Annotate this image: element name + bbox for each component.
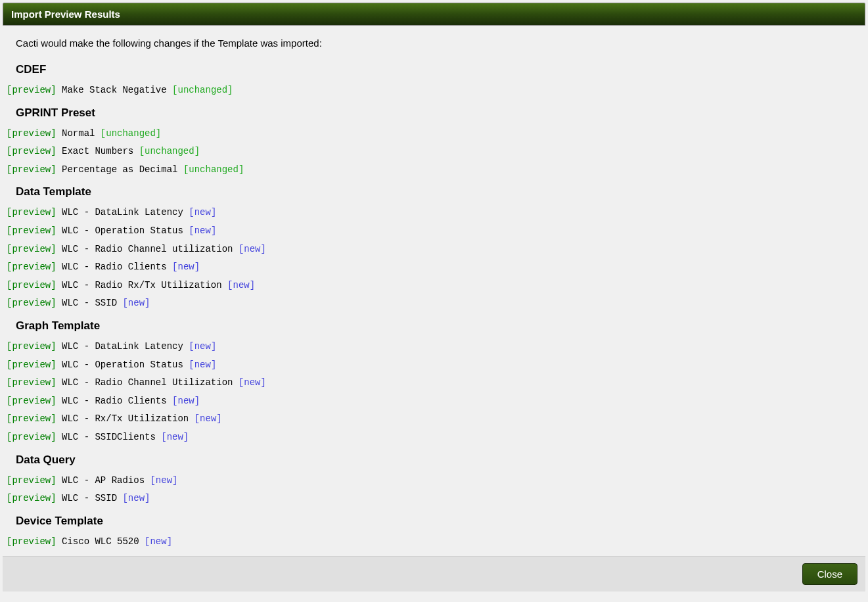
dialog-header: Import Preview Results (3, 3, 865, 26)
status-tag-unchanged: [unchanged] (101, 128, 161, 139)
preview-tag[interactable]: [preview] (7, 377, 57, 388)
status-tag-new: [new] (194, 413, 222, 424)
item-name: Cisco WLC 5520 (62, 536, 139, 547)
preview-tag[interactable]: [preview] (7, 413, 57, 424)
preview-tag[interactable]: [preview] (7, 475, 57, 486)
preview-tag[interactable]: [preview] (7, 493, 57, 503)
item-name: WLC - Radio Clients (62, 262, 167, 272)
preview-tag[interactable]: [preview] (7, 244, 57, 254)
dialog-title: Import Preview Results (11, 9, 120, 20)
item-name: WLC - SSID (62, 493, 117, 503)
preview-tag[interactable]: [preview] (7, 536, 57, 547)
preview-item-row: [preview] WLC - DataLink Latency [new] (3, 338, 865, 356)
preview-tag[interactable]: [preview] (7, 298, 57, 308)
intro-text: Cacti would make the following changes i… (3, 26, 865, 57)
status-tag-new: [new] (227, 280, 255, 290)
preview-item-row: [preview] WLC - SSID [new] (3, 490, 865, 508)
preview-item-row: [preview] Make Stack Negative [unchanged… (3, 81, 865, 100)
item-name: WLC - DataLink Latency (62, 207, 183, 218)
item-name: WLC - Operation Status (62, 359, 183, 370)
preview-tag[interactable]: [preview] (7, 359, 57, 370)
status-tag-new: [new] (150, 475, 177, 486)
section-heading: GPRINT Preset (3, 100, 865, 125)
status-tag-new: [new] (239, 244, 266, 254)
status-tag-new: [new] (172, 396, 200, 406)
preview-item-row: [preview] WLC - Radio Clients [new] (3, 258, 865, 277)
status-tag-unchanged: [unchanged] (139, 146, 200, 156)
item-name: WLC - Rx/Tx Utilization (62, 413, 189, 424)
status-tag-new: [new] (161, 432, 189, 442)
preview-item-row: [preview] WLC - SSID [new] (3, 294, 865, 313)
preview-tag[interactable]: [preview] (7, 225, 57, 236)
item-name: Normal (62, 128, 95, 139)
preview-tag[interactable]: [preview] (7, 432, 57, 442)
section-heading: Graph Template (3, 313, 865, 338)
status-tag-new: [new] (122, 298, 150, 308)
preview-tag[interactable]: [preview] (7, 85, 57, 95)
dialog-footer: Close (3, 556, 865, 591)
status-tag-unchanged: [unchanged] (183, 164, 244, 175)
preview-tag[interactable]: [preview] (7, 341, 57, 352)
item-name: WLC - Radio Rx/Tx Utilization (62, 280, 222, 290)
item-name: Exact Numbers (62, 146, 133, 156)
preview-tag[interactable]: [preview] (7, 146, 57, 156)
status-tag-new: [new] (239, 377, 266, 388)
item-name: WLC - DataLink Latency (62, 341, 183, 352)
preview-item-row: [preview] WLC - Operation Status [new] (3, 222, 865, 241)
status-tag-new: [new] (189, 225, 216, 236)
preview-item-row: [preview] Cisco WLC 5520 [new] (3, 533, 865, 551)
section-heading: Data Query (3, 447, 865, 472)
preview-item-row: [preview] WLC - Radio Channel Utilizatio… (3, 374, 865, 392)
status-tag-new: [new] (172, 262, 200, 272)
preview-item-row: [preview] WLC - Radio Channel utilizatio… (3, 241, 865, 259)
section-heading: Data Template (3, 179, 865, 204)
item-name: WLC - AP Radios (62, 475, 145, 486)
item-name: WLC - SSID (62, 298, 117, 308)
preview-item-row: [preview] WLC - DataLink Latency [new] (3, 204, 865, 222)
preview-item-row: [preview] Percentage as Decimal [unchang… (3, 161, 865, 179)
preview-tag[interactable]: [preview] (7, 164, 57, 175)
preview-item-row: [preview] WLC - Operation Status [new] (3, 356, 865, 375)
section-heading: CDEF (3, 57, 865, 81)
status-tag-new: [new] (189, 207, 216, 218)
preview-tag[interactable]: [preview] (7, 280, 57, 290)
preview-item-row: [preview] WLC - SSIDClients [new] (3, 428, 865, 447)
close-button[interactable]: Close (802, 563, 857, 585)
item-name: Make Stack Negative (62, 85, 167, 95)
status-tag-unchanged: [unchanged] (172, 85, 233, 95)
item-name: Percentage as Decimal (62, 164, 177, 175)
preview-tag[interactable]: [preview] (7, 396, 57, 406)
item-name: WLC - Radio Channel Utilization (62, 377, 233, 388)
preview-item-row: [preview] WLC - Radio Clients [new] (3, 392, 865, 411)
item-name: WLC - Radio Clients (62, 396, 167, 406)
preview-item-row: [preview] WLC - Radio Rx/Tx Utilization … (3, 277, 865, 295)
preview-tag[interactable]: [preview] (7, 262, 57, 272)
status-tag-new: [new] (145, 536, 172, 547)
item-name: WLC - Operation Status (62, 225, 183, 236)
preview-tag[interactable]: [preview] (7, 207, 57, 218)
preview-item-row: [preview] WLC - Rx/Tx Utilization [new] (3, 410, 865, 428)
status-tag-new: [new] (122, 493, 150, 503)
item-name: WLC - SSIDClients (62, 432, 156, 442)
preview-item-row: [preview] WLC - AP Radios [new] (3, 472, 865, 490)
item-name: WLC - Radio Channel utilization (62, 244, 233, 254)
preview-item-row: [preview] Exact Numbers [unchanged] (3, 143, 865, 161)
status-tag-new: [new] (189, 359, 216, 370)
preview-tag[interactable]: [preview] (7, 128, 57, 139)
status-tag-new: [new] (189, 341, 216, 352)
preview-item-row: [preview] Normal [unchanged] (3, 125, 865, 143)
section-heading: Device Template (3, 508, 865, 533)
content-area: Cacti would make the following changes i… (3, 26, 865, 551)
